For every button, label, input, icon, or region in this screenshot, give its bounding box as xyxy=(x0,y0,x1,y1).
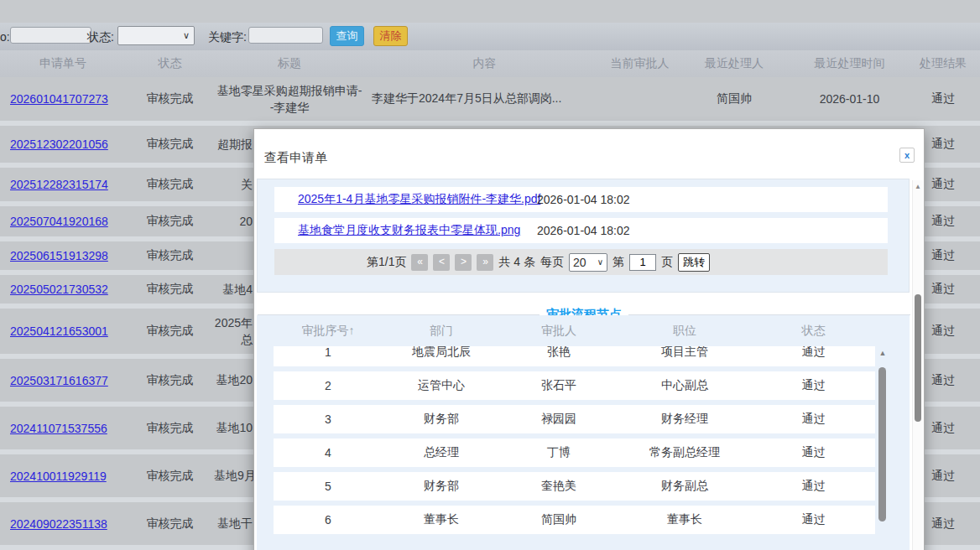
flow-approver-cell: 张石平 xyxy=(500,378,618,393)
per-page-select[interactable]: 20 ∨ xyxy=(569,253,607,272)
application-no-link[interactable]: 202505021730532 xyxy=(10,283,108,296)
application-no-link[interactable]: 202503171616377 xyxy=(10,374,108,387)
application-no-cell: 202506151913298 xyxy=(0,249,126,262)
application-no-cell: 202505021730532 xyxy=(0,283,126,296)
title-line: 关 xyxy=(214,176,253,193)
application-no-link[interactable]: 202410011929119 xyxy=(10,470,107,483)
scroll-up-icon[interactable]: ▲ xyxy=(913,183,923,190)
flow-approver-cell: 禄园园 xyxy=(500,412,618,427)
flow-status-cell: 通过 xyxy=(752,479,875,494)
attachment-time: 2026-01-04 18:02 xyxy=(537,193,888,206)
flow-column-header: 状态 xyxy=(752,324,875,339)
application-no-cell: 202503171616377 xyxy=(0,374,126,387)
chevron-down-icon: ∨ xyxy=(597,257,603,267)
title-line: 基地9月 xyxy=(214,467,253,484)
top-strip xyxy=(0,0,980,23)
application-no-link[interactable]: 202512282315174 xyxy=(10,178,108,191)
flow-row: 6董事长简国帅董事长通过 xyxy=(274,506,875,534)
title-line: -李建华 xyxy=(214,99,365,116)
next-page-button[interactable]: > xyxy=(455,254,472,271)
application-no-link[interactable]: 202506151913298 xyxy=(10,249,108,262)
close-button[interactable]: x xyxy=(899,148,915,163)
page-number-input[interactable] xyxy=(629,254,656,271)
per-page-label: 每页 xyxy=(540,255,564,270)
jump-button[interactable]: 跳转 xyxy=(678,253,710,272)
view-application-modal: 查看申请单 x 2025年1-4月基地零星采购报销附件-李建华.pdf2026-… xyxy=(253,128,925,550)
flow-position-cell: 财务副总 xyxy=(618,479,752,494)
table-row: 202601041707273审核完成基地零星采购超期报销申请--李建华李建华于… xyxy=(0,77,980,121)
total-count: 共 4 条 xyxy=(498,255,535,270)
attachment-name-cell: 基地食堂月度收支财务报表中零星体现.png xyxy=(274,223,537,238)
flow-row: 1地震局北辰张艳项目主管通过 xyxy=(274,346,875,366)
status-label: 状态: xyxy=(87,30,114,45)
attachment-row: 2025年1-4月基地零星采购报销附件-李建华.pdf2026-01-04 18… xyxy=(274,187,888,212)
application-no-link[interactable]: 202504121653001 xyxy=(10,324,108,338)
flow-approver-cell: 张艳 xyxy=(500,346,618,360)
attachment-row: 基地食堂月度收支财务报表中零星体现.png2026-01-04 18:02 xyxy=(274,218,888,243)
application-no-link[interactable]: 202411071537556 xyxy=(10,422,107,435)
title-line: 基地20 xyxy=(214,371,253,388)
flow-row: 2运管中心张石平中心副总通过 xyxy=(274,371,875,400)
flow-panel: 审批序号↑部门审批人职位状态 1地震局北辰张艳项目主管通过2运管中心张石平中心副… xyxy=(257,315,910,550)
keyword-input[interactable] xyxy=(248,27,323,44)
first-page-button[interactable]: « xyxy=(411,254,428,271)
flow-dept-cell: 地震局北辰 xyxy=(383,346,500,360)
flow-status-cell: 通过 xyxy=(752,445,875,460)
status-cell: 审核完成 xyxy=(126,469,214,484)
main-table-header: 申请单号状态标题内容当前审批人最近处理人最近处理时间处理结果 xyxy=(0,50,980,77)
application-no-link[interactable]: 202507041920168 xyxy=(10,215,108,228)
flow-position-cell: 常务副总经理 xyxy=(618,445,752,460)
recent-handler-cell: 简国帅 xyxy=(675,91,793,106)
title-line: 总 xyxy=(214,331,253,348)
flow-row: 4总经理丁博常务副总经理通过 xyxy=(274,438,875,467)
flow-column-header: 部门 xyxy=(383,324,500,339)
query-button[interactable]: 查询 xyxy=(330,26,364,46)
status-cell: 审核完成 xyxy=(126,516,214,532)
keyword-label: 关键字: xyxy=(208,30,247,45)
close-icon: x xyxy=(904,150,910,160)
prev-page-button[interactable]: < xyxy=(433,254,450,271)
flow-status-cell: 通过 xyxy=(752,512,875,527)
flow-scrollbar[interactable]: ▲ ▼ xyxy=(877,349,889,550)
flow-column-header: 审批人 xyxy=(500,324,618,339)
page-jump-suffix: 页 xyxy=(661,255,673,270)
last-page-button[interactable]: » xyxy=(477,254,493,271)
title-line: 20 xyxy=(214,213,253,230)
status-select[interactable]: ∨ xyxy=(117,26,195,45)
status-cell: 审核完成 xyxy=(126,373,214,388)
flow-position-cell: 财务经理 xyxy=(618,412,752,427)
title-line: 基地4 xyxy=(214,281,253,298)
column-header: 最近处理人 xyxy=(675,56,793,71)
application-no-cell: 202507041920168 xyxy=(0,215,126,228)
modal-scrollbar-thumb[interactable] xyxy=(915,294,921,422)
title-cell: 基地零星采购超期报销申请--李建华 xyxy=(214,82,365,117)
application-no-link[interactable]: 202409022351138 xyxy=(10,517,107,531)
application-no-link[interactable]: 202601041707273 xyxy=(10,92,108,106)
modal-scrollbar[interactable]: ▲ xyxy=(912,180,923,550)
attachment-time: 2026-01-04 18:02 xyxy=(537,224,888,237)
flow-scrollbar-thumb[interactable] xyxy=(878,367,886,521)
flow-dept-cell: 财务部 xyxy=(383,479,500,494)
title-line: 基地干 xyxy=(214,515,253,532)
flow-seq-cell: 4 xyxy=(274,446,383,459)
attachment-link[interactable]: 基地食堂月度收支财务报表中零星体现.png xyxy=(298,223,520,236)
search-toolbar: o: 状态: ∨ 关键字: 查询 清除 xyxy=(0,23,980,51)
column-header: 申请单号 xyxy=(0,56,126,71)
attachment-link[interactable]: 2025年1-4月基地零星采购报销附件-李建华.pdf xyxy=(298,192,540,205)
result-cell: 通过 xyxy=(906,91,980,106)
flow-seq-cell: 5 xyxy=(274,480,383,493)
id-input[interactable] xyxy=(10,27,91,44)
page-jump-prefix: 第 xyxy=(612,255,624,270)
scroll-up-icon[interactable]: ▲ xyxy=(877,349,889,357)
column-header: 当前审批人 xyxy=(604,56,675,71)
flow-dept-cell: 总经理 xyxy=(383,445,500,460)
flow-dept-cell: 财务部 xyxy=(383,412,500,427)
flow-status-cell: 通过 xyxy=(752,378,875,393)
flow-approver-cell: 奎艳美 xyxy=(500,479,618,494)
clear-button[interactable]: 清除 xyxy=(373,26,408,46)
status-cell: 审核完成 xyxy=(126,137,214,152)
application-no-link[interactable]: 202512302201056 xyxy=(10,138,108,151)
flow-table-body: 1地震局北辰张艳项目主管通过2运管中心张石平中心副总通过3财务部禄园园财务经理通… xyxy=(274,346,875,550)
flow-position-cell: 董事长 xyxy=(618,512,752,527)
column-header: 处理结果 xyxy=(906,56,980,71)
